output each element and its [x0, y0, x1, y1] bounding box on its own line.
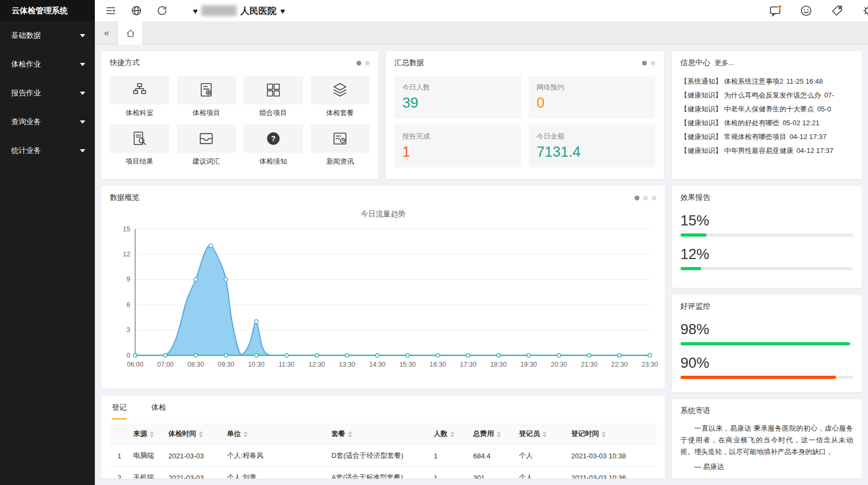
table-tabs: 登记 体检	[101, 395, 665, 419]
svg-text:15:30: 15:30	[399, 361, 416, 368]
progress-track	[680, 267, 853, 270]
carousel-dot[interactable]	[651, 61, 655, 66]
sidebar-item-report-work[interactable]: 报告作业	[0, 79, 95, 108]
tab-home[interactable]	[118, 21, 143, 45]
progress-track	[680, 233, 853, 237]
effect-rate-2: 12%	[680, 246, 853, 263]
summary-grid: 今日人数 39 网络预约 0 报告完成 1	[386, 75, 664, 167]
table-row[interactable]: 1 电脑端 2021-03-03 个人:程春风 D套(适合于经济型套餐) 1 6…	[110, 445, 656, 467]
system-message-body: 一直以来，易康达 秉承服务医院的初心，虚心服务于使用者，在商业横飞的当今时代，这…	[672, 423, 862, 473]
progress-fill	[680, 342, 850, 345]
col-source[interactable]: 来源	[129, 423, 164, 445]
col-people-count[interactable]: 人数	[429, 423, 469, 445]
sort-icon[interactable]	[450, 431, 455, 438]
info-center-card: 信息中心 更多... 【系统通知】 体检系统注意事项211-25 16:48 【…	[672, 51, 862, 179]
col-total-fee[interactable]: 总费用	[469, 423, 515, 445]
quick-item-exam-project[interactable]: 体检项目	[177, 76, 237, 121]
left-column: 快捷方式 体检科室	[101, 51, 665, 479]
tag-icon[interactable]	[830, 3, 845, 18]
table-row[interactable]: 2 手机端 2021-03-03 个人:刘青 A套(适合于标准型套餐) 1 30…	[110, 467, 656, 479]
effect-rate-1: 15%	[680, 212, 853, 230]
col-index	[110, 423, 129, 445]
sort-icon[interactable]	[348, 431, 352, 438]
carousel-dot[interactable]	[365, 61, 370, 66]
quick-item-project-result[interactable]: 项目结果	[110, 124, 169, 169]
sort-icon[interactable]	[497, 431, 501, 438]
info-item[interactable]: 【健康知识】 中老年人保健养生的十大要点05-0	[680, 102, 853, 116]
svg-text:14:30: 14:30	[369, 361, 386, 368]
censored-hospital-prefix	[201, 5, 237, 16]
chart-title: 今日流量趋势	[101, 209, 665, 219]
sidebar-item-label: 基础数据	[11, 31, 41, 41]
topbar-actions	[768, 3, 868, 18]
dashboard-content: 快捷方式 体检科室	[95, 45, 868, 485]
topbar: ♥ 人民医院 ♥	[95, 0, 868, 21]
col-registrar[interactable]: 登记员	[515, 423, 567, 445]
tab-register[interactable]: 登记	[112, 403, 127, 419]
svg-text:06:00: 06:00	[127, 361, 143, 368]
col-package[interactable]: 套餐	[327, 423, 429, 445]
quick-item-combo-project[interactable]: 组合项目	[244, 76, 303, 121]
sidebar-item-query-business[interactable]: 查询业务	[0, 108, 95, 136]
sidebar-item-exam-work[interactable]: 体检作业	[0, 50, 95, 79]
carousel-dot[interactable]	[635, 196, 639, 200]
globe-icon[interactable]	[129, 3, 144, 18]
svg-text:6: 6	[126, 301, 130, 309]
svg-text:09:30: 09:30	[218, 361, 234, 368]
document-search-icon	[132, 131, 148, 147]
quick-item-news[interactable]: 新闻资讯	[311, 124, 370, 169]
quick-item-exam-notice[interactable]: ? 体检须知	[244, 124, 303, 169]
praise-rate-1: 98%	[680, 321, 853, 338]
carousel-dot[interactable]	[356, 61, 361, 66]
col-register-time[interactable]: 登记时间	[567, 423, 656, 445]
info-item[interactable]: 【健康知识】 常规体检有哪些项目04-12 17:37	[680, 130, 853, 144]
menu-fold-icon[interactable]	[103, 3, 118, 18]
progress-fill	[680, 233, 707, 237]
tab-exam[interactable]: 体检	[151, 403, 166, 419]
table-header-row: 来源 体检时间 单位 套餐 人数 总费用 登记员 登记时间	[110, 423, 656, 445]
home-icon	[125, 28, 136, 38]
progress-track	[680, 376, 853, 379]
stat-report-done: 报告完成 1	[394, 125, 521, 167]
col-unit[interactable]: 单位	[223, 423, 327, 445]
more-link[interactable]: 更多...	[715, 58, 734, 68]
sitemap-icon	[132, 82, 148, 98]
carousel-dot[interactable]	[643, 196, 648, 200]
sort-icon[interactable]	[150, 431, 154, 438]
messages-icon[interactable]	[768, 3, 783, 18]
col-exam-time[interactable]: 体检时间	[164, 423, 223, 445]
sort-icon[interactable]	[602, 431, 606, 438]
system-message-card: 系统寄语 一直以来，易康达 秉承服务医院的初心，虚心服务于使用者，在商业横飞的当…	[672, 399, 862, 479]
chevron-down-icon	[80, 92, 85, 95]
main-area: ♥ 人民医院 ♥ «	[95, 0, 868, 485]
info-item[interactable]: 【健康知识】 为什么耳鸣会反复发作该怎么办07-	[680, 88, 853, 102]
stat-today-amount: 今日金额 7131.4	[529, 125, 655, 167]
refresh-icon[interactable]	[155, 3, 169, 18]
heart-icon: ♥	[193, 6, 198, 15]
emoji-face-icon[interactable]	[799, 3, 814, 18]
chevron-down-icon	[80, 120, 85, 124]
collapse-tabs-icon[interactable]: «	[95, 28, 118, 38]
info-item[interactable]: 【健康知识】 中年男性最容易亚健康04-12 17:37	[680, 144, 853, 158]
quick-item-advice-words[interactable]: 建议词汇	[177, 124, 237, 169]
sort-icon[interactable]	[244, 431, 248, 438]
inbox-icon	[198, 131, 214, 147]
sort-icon[interactable]	[542, 431, 547, 438]
sidebar-item-label: 报告作业	[11, 88, 41, 98]
quick-item-exam-package[interactable]: 体检套餐	[311, 76, 370, 121]
svg-text:9: 9	[126, 276, 130, 283]
sidebar-item-label: 统计业务	[11, 146, 41, 156]
sidebar-item-statistics-business[interactable]: 统计业务	[0, 136, 95, 165]
sort-icon[interactable]	[199, 431, 203, 438]
card-title: 效果报告	[680, 193, 710, 203]
chevron-down-icon	[80, 34, 85, 37]
info-item[interactable]: 【系统通知】 体检系统注意事项211-25 16:48	[680, 75, 853, 88]
carousel-dot[interactable]	[642, 61, 647, 66]
info-item[interactable]: 【健康知识】 体检的好处有哪些05-02 12:21	[680, 116, 853, 130]
sidebar: 云体检管理系统 基础数据 体检作业 报告作业 查询业务 统计业务	[0, 0, 95, 485]
settings-gear-icon[interactable]	[861, 3, 868, 18]
quick-item-exam-dept[interactable]: 体检科室	[110, 76, 169, 121]
sidebar-item-basic-data[interactable]: 基础数据	[0, 21, 95, 50]
carousel-dot[interactable]	[652, 196, 656, 200]
card-title: 系统寄语	[680, 406, 710, 416]
